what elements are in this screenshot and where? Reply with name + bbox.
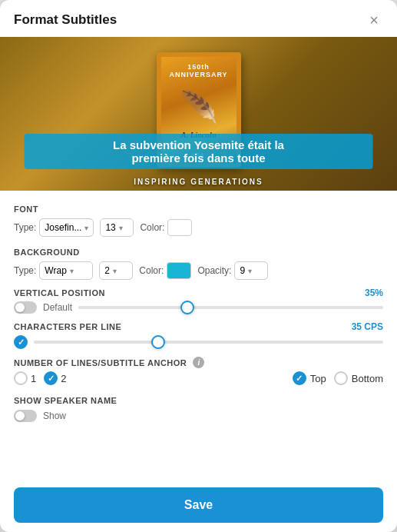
default-toggle-knob <box>15 303 25 312</box>
vertical-position-slider-row: Default <box>14 301 383 314</box>
anchor-section: Top Bottom <box>293 371 383 385</box>
font-color-label: Color: <box>140 222 164 233</box>
feather-icon: 🪶 <box>180 89 218 125</box>
vertical-position-percent: 35% <box>365 288 383 298</box>
lines-header-row: NUMBER OF LINES/SUBTITLE ANCHOR i <box>14 357 383 368</box>
bg-type-chevron-icon: ▾ <box>70 267 74 275</box>
bg-type-select[interactable]: Wrap ▾ <box>39 261 93 280</box>
bg-type-group: Type: Wrap ▾ <box>14 261 93 280</box>
lines-option-2[interactable]: 2 <box>44 371 66 385</box>
bg-opacity-select[interactable]: 9 ▾ <box>234 261 268 280</box>
vertical-position-row: VERTICAL POSITION 35% <box>14 288 383 298</box>
default-toggle[interactable] <box>14 301 37 314</box>
default-toggle-label: Default <box>43 302 72 313</box>
modal-header: Format Subtitles × <box>0 0 397 37</box>
cps-label: CHARACTERS PER LINE <box>14 322 352 331</box>
font-color-swatch[interactable] <box>167 219 192 236</box>
bg-color-label: Color: <box>139 265 164 276</box>
info-icon[interactable]: i <box>193 357 204 368</box>
cps-slider[interactable] <box>34 341 383 344</box>
anchor-bottom-checkbox[interactable] <box>334 371 348 385</box>
font-type-label: Type: <box>14 222 36 233</box>
form-body: FONT Type: Josefin... ▾ 13 ▾ Color: BACK… <box>0 191 397 532</box>
bg-color-group: Color: <box>139 262 191 279</box>
save-button[interactable]: Save <box>14 487 383 523</box>
anchor-bottom-option[interactable]: Bottom <box>334 371 383 385</box>
font-color-group: Color: <box>140 219 192 236</box>
bg-opacity-group: Opacity: 9 ▾ <box>197 261 268 280</box>
lines-section-label: NUMBER OF LINES/SUBTITLE ANCHOR <box>14 358 187 367</box>
font-section-label: FONT <box>14 204 383 214</box>
anchor-top-label: Top <box>310 373 326 384</box>
bg-size-select[interactable]: 2 ▾ <box>99 261 133 280</box>
cps-checkbox[interactable] <box>14 335 28 349</box>
anchor-top-option[interactable]: Top <box>293 371 326 385</box>
lines-checkbox-1[interactable] <box>14 371 28 385</box>
anchor-top-checkbox[interactable] <box>293 371 306 385</box>
bg-size-chevron-icon: ▾ <box>113 267 117 275</box>
font-type-chevron-icon: ▾ <box>84 224 88 232</box>
font-row: Type: Josefin... ▾ 13 ▾ Color: <box>14 218 383 237</box>
lines-options-row: 1 2 Top Bottom <box>14 371 383 385</box>
close-button[interactable]: × <box>365 11 383 29</box>
subtitle-line2: première fois dans toute <box>36 151 361 165</box>
font-type-select[interactable]: Josefin... ▾ <box>39 218 94 237</box>
anchor-bottom-label: Bottom <box>352 373 383 384</box>
vertical-position-slider[interactable] <box>78 306 383 309</box>
bottom-text: INSPIRING GENERATIONS <box>134 178 263 186</box>
bg-type-label: Type: <box>14 265 36 276</box>
subtitle-line1: La subvention Yosemite était la <box>36 138 361 151</box>
lines-value-1: 1 <box>31 373 36 384</box>
modal-title: Format Subtitles <box>14 12 117 28</box>
show-speaker-toggle-label: Show <box>43 411 66 421</box>
show-speaker-toggle-knob <box>15 411 25 421</box>
show-speaker-label: SHOW SPEAKER NAME <box>14 396 383 405</box>
bg-opacity-label: Opacity: <box>197 265 231 276</box>
font-size-select[interactable]: 13 ▾ <box>100 218 134 237</box>
subtitle-overlay: La subvention Yosemite était la première… <box>24 134 373 169</box>
font-type-group: Type: Josefin... ▾ <box>14 218 94 237</box>
subtitle-preview: 150th ANNIVERSARY 🪶 A. Lincoln USA La su… <box>0 37 397 191</box>
cps-slider-row <box>14 335 383 349</box>
cps-value: 35 CPS <box>352 321 383 332</box>
bg-color-swatch[interactable] <box>167 262 191 279</box>
font-size-chevron-icon: ▾ <box>119 224 123 232</box>
bg-row: Type: Wrap ▾ 2 ▾ Color: Opacity: 9 ▾ <box>14 261 383 280</box>
bg-section-label: BACKGROUND <box>14 248 383 257</box>
format-subtitles-modal: Format Subtitles × 150th ANNIVERSARY 🪶 A… <box>0 0 397 532</box>
vertical-position-label: VERTICAL POSITION <box>14 288 365 298</box>
lines-checkbox-2[interactable] <box>44 371 58 385</box>
lines-option-1[interactable]: 1 <box>14 371 36 385</box>
bg-opacity-chevron-icon: ▾ <box>248 267 252 275</box>
stamp-top-text: 150th ANNIVERSARY <box>161 63 237 78</box>
show-speaker-row: Show <box>14 410 383 422</box>
cps-row: CHARACTERS PER LINE 35 CPS <box>14 321 383 332</box>
lines-value-2: 2 <box>61 373 66 384</box>
show-speaker-toggle[interactable] <box>14 410 37 422</box>
